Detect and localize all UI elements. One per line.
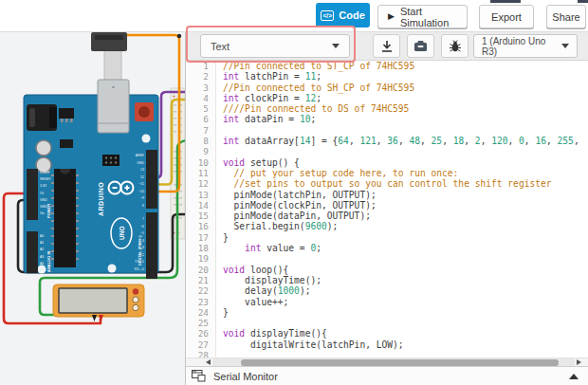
circuit-canvas[interactable]: + - + - <box>0 32 185 385</box>
board-select[interactable]: 1 (Arduino Uno R3) <box>473 34 578 58</box>
code-line-text: } <box>216 307 229 318</box>
code-line[interactable]: 13 pinMode(latchPin, OUTPUT); <box>186 190 588 200</box>
line-number: 16 <box>186 221 216 231</box>
export-button[interactable]: Export <box>479 5 534 28</box>
code-line[interactable]: 23 value++; <box>186 297 588 307</box>
code-line[interactable]: 20void loop(){ <box>186 265 588 275</box>
line-number: 4 <box>186 93 216 103</box>
library-icon <box>413 40 428 52</box>
code-line[interactable]: 11 // put your setup code here, to run o… <box>186 168 588 178</box>
multimeter-black-probe[interactable] <box>92 315 97 321</box>
multimeter-mode-button[interactable] <box>133 297 138 302</box>
code-line[interactable]: 9 <box>186 146 588 156</box>
line-number: 18 <box>186 243 216 253</box>
share-button[interactable]: Share <box>546 5 586 28</box>
code-line[interactable]: 19 <box>186 253 588 264</box>
scroll-left-arrow-icon[interactable] <box>206 359 211 365</box>
code-line[interactable]: 17} <box>186 232 588 243</box>
pin-label: 4 <box>142 239 144 243</box>
serial-monitor-bar[interactable]: Serial Monitor <box>186 366 588 385</box>
horizontal-scrollbar[interactable] <box>186 358 588 366</box>
line-number: 12 <box>186 178 216 189</box>
usb-cable[interactable] <box>91 32 127 83</box>
code-line[interactable]: 6int dataPin = 10; <box>186 114 588 124</box>
scrollbar-thumb[interactable] <box>241 359 559 366</box>
code-line[interactable]: 1//Pin connected to ST_CP of 74HC595 <box>186 61 588 71</box>
code-line[interactable]: 8int dataArray[14] = {64, 121, 36, 48, 2… <box>186 136 588 146</box>
digital-header-bottom[interactable] <box>146 212 157 279</box>
code-line-text: } <box>216 232 229 243</box>
code-line-text: int dataPin = 10; <box>216 114 316 124</box>
chevron-down-icon <box>561 44 569 48</box>
arduino-uno-board[interactable]: ARDUINO UNO DIGITAL (PWM~) POWER ANALOG … <box>24 80 158 279</box>
edit-mode-select[interactable]: Text <box>200 34 350 58</box>
line-number: 5 <box>186 103 216 114</box>
pin-label: A5 <box>40 268 44 272</box>
code-line[interactable]: 26void displayTime(){ <box>186 328 588 339</box>
icsp-header <box>102 155 119 166</box>
code-line-text: displayTime(); <box>216 275 322 285</box>
download-code-button[interactable] <box>373 34 400 58</box>
code-line[interactable]: 22 delay(1000); <box>186 285 588 296</box>
code-line[interactable]: 2int latchPin = 11; <box>186 71 588 82</box>
code-line[interactable]: 28 <box>186 350 588 358</box>
code-line-text <box>216 146 229 156</box>
code-line[interactable]: 25 <box>186 318 588 328</box>
scroll-right-arrow-icon[interactable] <box>577 359 581 365</box>
code-line-text: // put your setup code here, to run once… <box>216 168 458 178</box>
code-line[interactable]: 21 displayTime(); <box>186 275 588 285</box>
line-number: 6 <box>186 114 216 124</box>
code-line-text: digitalWrite(latchPin, LOW); <box>216 339 404 350</box>
pin-label: GND <box>40 205 47 209</box>
top-toolbar: </> Code ▶ Start Simulation Export Share <box>0 0 588 32</box>
expand-up-icon[interactable] <box>569 374 579 379</box>
wire-orange-terminal <box>177 34 181 38</box>
line-number: 21 <box>186 275 216 285</box>
power-header[interactable] <box>27 169 38 220</box>
code-line[interactable]: 3//Pin connected to SH_CP of 74HC595 <box>186 82 588 93</box>
code-line-text: void loop(){ <box>216 265 288 275</box>
code-line[interactable]: 4int clockPin = 12; <box>186 93 588 103</box>
code-line-text: ////Pin connected to DS of 74HC595 <box>216 103 409 114</box>
voltage-regulator <box>59 108 74 122</box>
code-editor[interactable]: 1//Pin connected to ST_CP of 74HC5952int… <box>186 61 588 358</box>
reset-button[interactable] <box>135 102 154 121</box>
code-line[interactable]: 10void setup() { <box>186 157 588 168</box>
pin-label: 12 <box>140 175 144 179</box>
line-number: 13 <box>186 190 216 200</box>
code-line[interactable]: 5////Pin connected to DS of 74HC595 <box>186 103 588 114</box>
start-simulation-button[interactable]: ▶ Start Simulation <box>377 5 468 28</box>
analog-label: ANALOG IN <box>46 250 51 272</box>
multimeter-power-button[interactable] <box>133 288 138 294</box>
export-label: Export <box>491 11 522 23</box>
pin-label: GND <box>137 161 144 165</box>
multimeter-mode-button[interactable] <box>133 304 138 310</box>
code-line[interactable]: 15 pinMode(dataPin, OUTPUT); <box>186 211 588 221</box>
code-line[interactable]: 16 Serial.begin(9600); <box>186 221 588 231</box>
debug-button[interactable] <box>441 34 469 58</box>
code-line[interactable]: 14 pinMode(clockPin, OUTPUT); <box>186 200 588 211</box>
code-button[interactable]: </> Code <box>316 3 370 28</box>
analog-header[interactable] <box>27 231 38 273</box>
code-line[interactable]: 24} <box>186 307 588 318</box>
code-line[interactable]: 7 <box>186 125 588 136</box>
libraries-button[interactable] <box>407 34 434 58</box>
code-line-text: void setup() { <box>216 157 300 168</box>
code-line-text: pinMode(clockPin, OUTPUT); <box>216 200 377 211</box>
line-number: 7 <box>186 125 216 136</box>
pin-label: ~3 <box>140 246 144 249</box>
svg-text:+: + <box>173 93 175 99</box>
digital-header-top[interactable] <box>146 150 157 209</box>
dc-power-jack <box>27 104 57 131</box>
code-line[interactable]: 27 digitalWrite(latchPin, LOW); <box>186 339 588 350</box>
line-number: 17 <box>186 232 216 243</box>
mounting-hole <box>108 265 117 273</box>
code-line[interactable]: 18 int value = 0; <box>186 243 588 253</box>
multimeter[interactable] <box>53 284 144 321</box>
scrollbar-track[interactable] <box>212 358 575 366</box>
line-number: 14 <box>186 200 216 211</box>
code-line[interactable]: 12 //set pins to output so you can contr… <box>186 178 588 189</box>
pin-label: AREF <box>136 154 144 157</box>
code-button-label: Code <box>339 9 365 21</box>
code-line-text: int latchPin = 11; <box>216 71 322 82</box>
